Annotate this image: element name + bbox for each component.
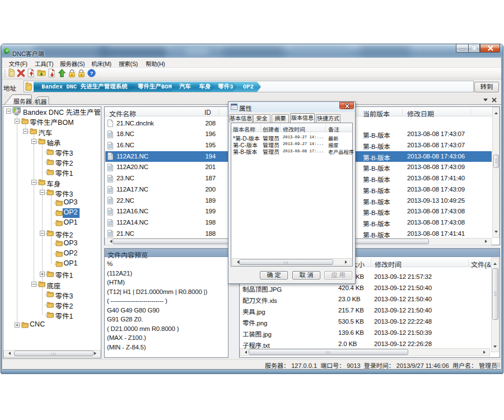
svg-text:?: ? [90, 70, 94, 76]
